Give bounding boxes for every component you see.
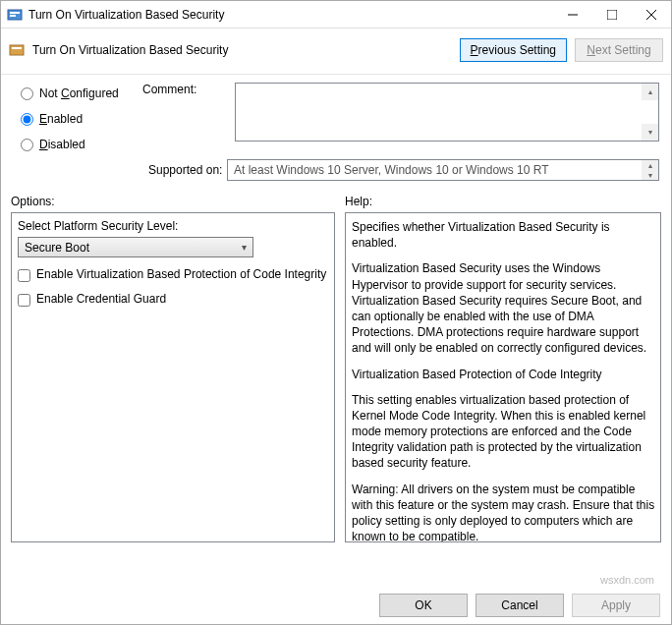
platform-security-value: Secure Boot [25,241,89,255]
window-controls [553,1,671,28]
scroll-up-icon[interactable]: ▴ [642,160,658,170]
app-icon [7,7,23,23]
supported-on-label: Supported on: [21,163,227,177]
checkbox-code-integrity-label: Enable Virtualization Based Protection o… [36,267,328,281]
radio-enabled[interactable]: Enabled [21,112,139,126]
checkbox-code-integrity[interactable]: Enable Virtualization Based Protection o… [18,267,328,282]
minimize-button[interactable] [553,1,592,28]
checkbox-credential-guard-label: Enable Credential Guard [36,292,328,306]
previous-setting-button[interactable]: Previous Setting [460,38,567,62]
checkbox-code-integrity-input[interactable] [18,269,30,282]
apply-button[interactable]: Apply [572,594,660,617]
options-panel: Select Platform Security Level: Secure B… [11,212,335,542]
help-text: Warning: All drivers on the system must … [352,482,656,542]
supported-on-text: At least Windows 10 Server, Windows 10 o… [234,163,549,177]
state-radio-group: Not Configured Enabled Disabled [21,83,139,151]
policy-header: Turn On Virtualization Based Security Pr… [1,28,671,75]
radio-enabled-input[interactable] [21,113,33,126]
close-button[interactable] [632,1,671,28]
radio-disabled-input[interactable] [21,139,33,151]
comment-scrollbar[interactable]: ▴ ▾ [642,84,658,141]
svg-rect-7 [10,45,24,55]
supported-scrollbar[interactable]: ▴ ▾ [642,160,658,180]
scroll-down-icon[interactable]: ▾ [642,124,658,141]
window-title: Turn On Virtualization Based Security [28,8,553,22]
help-text: This setting enables virtualization base… [352,392,656,472]
help-panel[interactable]: Specifies whether Virtualization Based S… [345,212,661,542]
title-bar: Turn On Virtualization Based Security [1,1,671,28]
options-label: Options: [11,195,335,208]
platform-security-label: Select Platform Security Level: [18,219,328,233]
checkbox-credential-guard[interactable]: Enable Credential Guard [18,292,328,307]
watermark: wsxdn.com [600,574,654,586]
dialog-buttons: OK Cancel Apply [379,594,660,617]
cancel-button[interactable]: Cancel [476,594,564,617]
platform-security-dropdown[interactable]: Secure Boot [18,237,253,257]
radio-not-configured-input[interactable] [21,87,33,100]
svg-rect-1 [10,12,20,14]
comment-label: Comment: [142,83,231,151]
nav-prev-rest: revious Setting [478,43,556,57]
ok-button[interactable]: OK [379,594,468,617]
nav-next-rest: ext Setting [595,43,651,57]
radio-not-configured[interactable]: Not Configured [21,86,139,100]
scroll-down-icon[interactable]: ▾ [642,170,658,180]
help-text: Specifies whether Virtualization Based S… [352,219,656,251]
help-label: Help: [345,195,661,208]
maximize-button[interactable] [592,1,632,28]
policy-icon [9,42,25,58]
help-text: Virtualization Based Protection of Code … [352,367,656,382]
comment-textarea[interactable]: ▴ ▾ [235,83,659,142]
supported-on-field: At least Windows 10 Server, Windows 10 o… [227,159,659,181]
scroll-up-icon[interactable]: ▴ [642,84,658,100]
help-text: Virtualization Based Security uses the W… [352,260,656,356]
svg-rect-8 [12,47,22,49]
svg-rect-2 [10,15,16,17]
radio-disabled[interactable]: Disabled [21,138,139,151]
svg-rect-4 [607,10,617,20]
checkbox-credential-guard-input[interactable] [18,294,30,307]
policy-title: Turn On Virtualization Based Security [32,43,460,57]
next-setting-button[interactable]: Next Setting [575,38,663,62]
